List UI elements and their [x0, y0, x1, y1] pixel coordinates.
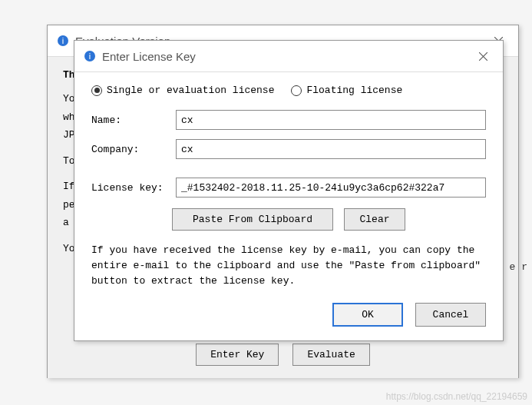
- company-label: Company:: [91, 144, 176, 155]
- paste-from-clipboard-button[interactable]: Paste From Clipboard: [172, 208, 333, 231]
- evaluate-button[interactable]: Evaluate: [292, 344, 369, 366]
- name-label: Name:: [91, 115, 176, 126]
- radio-label: Floating license: [306, 85, 402, 96]
- svg-text:i: i: [89, 51, 91, 61]
- license-row: License key:: [91, 178, 486, 198]
- name-row: Name:: [91, 110, 486, 130]
- clipboard-button-row: Paste From Clipboard Clear: [91, 208, 486, 231]
- enter-key-button[interactable]: Enter Key: [196, 344, 279, 366]
- app-icon: i: [84, 50, 96, 62]
- license-input[interactable]: [176, 178, 486, 198]
- help-text: If you have received the license key by …: [91, 243, 486, 289]
- name-input[interactable]: [176, 110, 486, 130]
- clipped-side-text: e r: [510, 261, 527, 273]
- watermark: https://blog.csdn.net/qq_22194659: [386, 391, 527, 402]
- modal-close-button[interactable]: [472, 47, 494, 65]
- cancel-button[interactable]: Cancel: [415, 303, 486, 327]
- ok-button[interactable]: OK: [332, 303, 403, 327]
- dialog-actions: OK Cancel: [91, 303, 486, 327]
- company-row: Company:: [91, 139, 486, 159]
- radio-icon: [291, 85, 302, 96]
- modal-title: Enter License Key: [102, 50, 472, 63]
- company-input[interactable]: [176, 139, 486, 159]
- radio-single-license[interactable]: Single or evaluation license: [91, 85, 274, 96]
- license-type-radio-group: Single or evaluation license Floating li…: [91, 85, 486, 96]
- modal-body: Single or evaluation license Floating li…: [74, 72, 503, 340]
- radio-floating-license[interactable]: Floating license: [291, 85, 402, 96]
- radio-label: Single or evaluation license: [107, 85, 274, 96]
- app-icon: i: [57, 35, 69, 47]
- parent-actions: Enter Key Evaluate: [48, 344, 518, 366]
- clear-button[interactable]: Clear: [344, 208, 405, 231]
- radio-icon: [91, 85, 102, 96]
- modal-title-bar: i Enter License Key: [74, 41, 503, 72]
- license-dialog: i Enter License Key Single or evaluation…: [74, 40, 504, 341]
- svg-text:i: i: [62, 36, 64, 45]
- license-label: License key:: [91, 182, 176, 194]
- close-icon: [479, 52, 487, 61]
